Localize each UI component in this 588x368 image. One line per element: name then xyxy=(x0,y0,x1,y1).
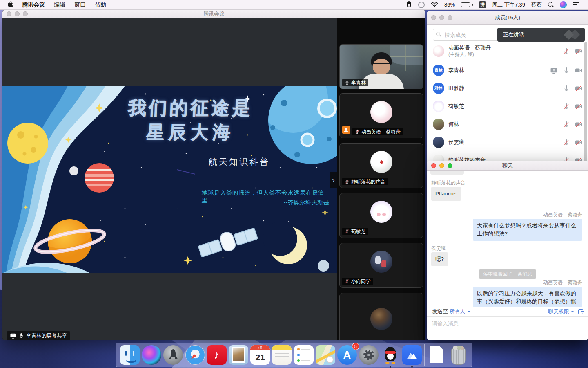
dock-appstore-icon[interactable]: 5 xyxy=(337,345,357,365)
scrollbar[interactable] xyxy=(584,42,587,169)
member-row[interactable]: 动画英语—蔡璐舟 (主持人, 我) xyxy=(427,41,588,61)
dock-tencent-meeting-icon[interactable] xyxy=(402,345,422,365)
members-titlebar: 成员(16人) xyxy=(427,11,588,25)
dock-trash-icon[interactable] xyxy=(448,345,468,365)
apple-menu-icon[interactable] xyxy=(7,1,13,9)
zoom-button[interactable] xyxy=(448,15,452,20)
avatar: 青林 xyxy=(433,65,444,76)
member-row[interactable]: 苟敏芝 xyxy=(427,97,588,115)
member-row[interactable]: 侯雯曦 xyxy=(427,133,588,151)
video-thumb-host[interactable]: 动画英语—蔡璐舟 xyxy=(339,93,423,138)
dock-system-preferences-icon[interactable] xyxy=(359,345,379,365)
minimize-button[interactable] xyxy=(15,11,20,16)
menu-clock[interactable]: 周二 下午7:39 xyxy=(492,1,525,9)
dock-finder-icon[interactable] xyxy=(120,345,140,365)
video-thumb-gouminzhi[interactable]: 苟敏芝 xyxy=(339,193,423,238)
thumb-name: 李青林 xyxy=(351,79,366,86)
adobe-cc-status-icon[interactable] xyxy=(418,2,425,8)
members-title: 成员(16人) xyxy=(495,14,520,21)
search-icon xyxy=(436,32,441,37)
send-to-label: 发送至 xyxy=(432,308,448,315)
siri-icon[interactable] xyxy=(560,1,567,8)
message-bubble-fragment xyxy=(430,171,464,175)
mic-muted-icon[interactable] xyxy=(563,48,570,54)
chat-permission-selector[interactable]: 聊天权限 xyxy=(548,308,574,315)
battery-icon[interactable] xyxy=(461,2,473,7)
menu-username[interactable]: 蔡蔡 xyxy=(531,1,542,9)
screen-share-icon[interactable] xyxy=(550,67,558,74)
chat-sender: 动画英语—蔡璐舟 xyxy=(543,279,582,286)
mic-icon[interactable] xyxy=(563,67,570,74)
menu-edit[interactable]: 编辑 xyxy=(54,1,65,9)
video-thumb-xiaoxiang[interactable]: 小向同学 xyxy=(339,243,423,288)
meeting-logo-watermark xyxy=(564,30,581,40)
dock-qq-icon[interactable] xyxy=(381,345,400,365)
member-row[interactable]: 何林 xyxy=(427,115,588,133)
camera-off-icon[interactable] xyxy=(575,48,582,54)
close-button[interactable] xyxy=(431,163,436,168)
dock-siri-icon[interactable] xyxy=(142,345,161,365)
menu-app-name[interactable]: 腾讯会议 xyxy=(22,1,45,9)
avatar xyxy=(370,308,392,330)
wifi-icon[interactable] xyxy=(431,2,438,8)
mic-muted-icon[interactable] xyxy=(563,103,570,110)
chat-message-list: 静听落花的声音 Pflaume. 动画英语—蔡璐舟 大家有什么梦想吗？或者将来要… xyxy=(427,171,588,307)
dock-launchpad-icon[interactable] xyxy=(163,345,183,365)
chat-title: 聊天 xyxy=(502,162,513,169)
qq-status-icon[interactable] xyxy=(406,1,412,8)
avatar xyxy=(433,45,444,57)
dock-documents-icon[interactable] xyxy=(427,345,446,365)
chat-bubble: 以后的学习压力会越来越大，有喜欢做的事（兴趣爱好）和最终的目标（梦想）能让自己快… xyxy=(473,287,582,307)
chat-sender: 动画英语—蔡璐舟 xyxy=(543,211,582,218)
close-button[interactable] xyxy=(431,15,436,20)
member-name: 侯雯曦 xyxy=(448,139,464,146)
thumb-name: 苟敏芝 xyxy=(351,228,366,235)
screen-share-icon xyxy=(10,333,16,339)
dock-notes-icon[interactable] xyxy=(272,345,292,365)
chat-bubble: Pflaume. xyxy=(431,187,461,201)
slide-quote-author: --齐奥尔科夫斯基 xyxy=(272,199,329,206)
next-slide-button[interactable]: › xyxy=(330,172,337,188)
camera-off-icon[interactable] xyxy=(575,121,582,128)
meeting-window: 腾讯会议 xyxy=(2,10,425,340)
minimize-button[interactable] xyxy=(439,15,444,20)
menu-window[interactable]: 窗口 xyxy=(74,1,86,9)
mic-muted-icon xyxy=(355,129,360,134)
notification-center-icon[interactable] xyxy=(573,2,579,7)
mic-icon[interactable] xyxy=(563,85,570,92)
member-row[interactable]: 青林 李青林 xyxy=(427,61,588,79)
avatar xyxy=(370,201,392,223)
dock-maps-icon[interactable] xyxy=(316,345,335,365)
video-thumb-jingting[interactable]: 静听落花的声音 xyxy=(339,143,423,188)
chat-input[interactable] xyxy=(427,317,588,340)
input-method-icon[interactable]: 拼 xyxy=(479,1,486,8)
camera-off-icon[interactable] xyxy=(575,85,582,92)
camera-off-icon[interactable] xyxy=(575,139,582,146)
spotlight-search-icon[interactable] xyxy=(548,2,554,8)
dock-mail-icon[interactable] xyxy=(229,345,248,365)
battery-percent: 86% xyxy=(444,2,455,8)
member-role: (主持人, 我) xyxy=(448,51,491,58)
zoom-button[interactable] xyxy=(23,11,28,16)
avatar xyxy=(370,151,392,173)
chat-bubble: 嗯? xyxy=(431,252,448,266)
member-row[interactable]: 雅静 田雅静 xyxy=(427,79,588,97)
dock-netease-music-icon[interactable] xyxy=(207,345,227,365)
mic-muted-icon[interactable] xyxy=(563,121,570,128)
video-thumb-liqinglin[interactable]: 李青林 xyxy=(339,44,423,89)
send-to-selector[interactable]: 所有人 xyxy=(450,308,470,315)
close-button[interactable] xyxy=(7,11,11,16)
dock-safari-icon[interactable] xyxy=(185,345,205,365)
menu-bar: 腾讯会议 编辑 窗口 帮助 86% 拼 周二 下午7:39 蔡蔡 xyxy=(0,0,588,10)
speaking-toast: 正在讲话: xyxy=(497,28,585,42)
mic-muted-icon[interactable] xyxy=(563,139,570,146)
dock-reminders-icon[interactable] xyxy=(294,345,314,365)
menu-help[interactable]: 帮助 xyxy=(95,1,106,9)
popout-chat-icon[interactable] xyxy=(578,309,583,314)
video-thumb-partial[interactable] xyxy=(339,293,423,340)
minimize-button[interactable] xyxy=(439,163,444,168)
camera-icon[interactable] xyxy=(575,67,582,74)
zoom-button[interactable] xyxy=(448,163,452,168)
camera-off-icon[interactable] xyxy=(575,103,582,110)
dock-calendar-icon[interactable]: 7月 21 xyxy=(250,345,270,365)
